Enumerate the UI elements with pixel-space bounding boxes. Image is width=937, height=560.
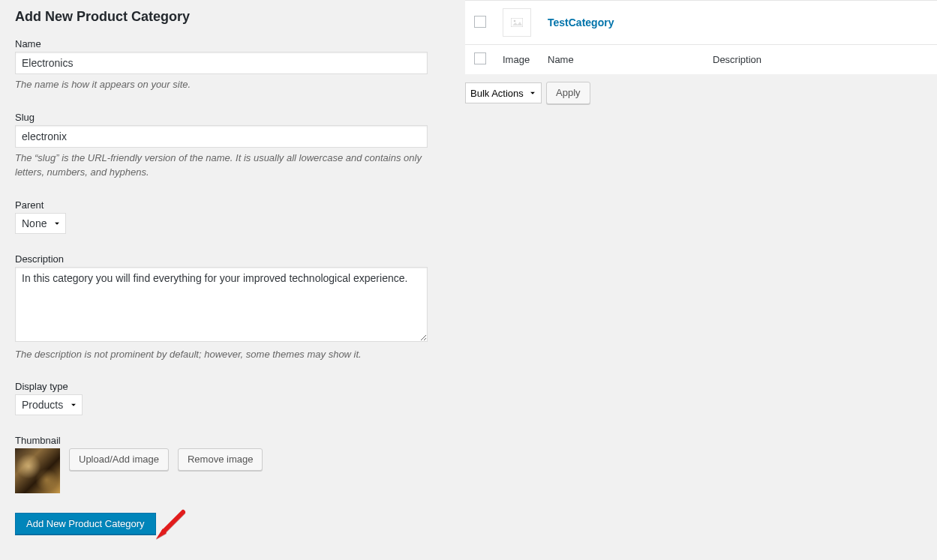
category-table: TestCategory Image Name Description <box>465 0 937 74</box>
parent-label: Parent <box>15 199 450 211</box>
row-description <box>705 1 937 45</box>
name-input[interactable] <box>15 52 428 74</box>
description-label: Description <box>15 253 450 265</box>
thumbnail-preview <box>15 448 60 493</box>
field-description: Description The description is not promi… <box>15 253 450 362</box>
row-name-link[interactable]: TestCategory <box>548 16 614 28</box>
form-title: Add New Product Category <box>15 9 450 25</box>
field-name: Name The name is how it appears on your … <box>15 38 450 92</box>
col-header-description: Description <box>705 45 937 75</box>
field-display-type: Display type Products <box>15 381 450 415</box>
col-header-image: Image <box>495 45 540 75</box>
select-all-checkbox[interactable] <box>474 52 486 64</box>
slug-label: Slug <box>15 112 450 123</box>
image-placeholder-icon <box>503 8 531 37</box>
table-row: TestCategory <box>465 1 937 45</box>
table-footer-row: Image Name Description <box>465 45 937 75</box>
submit-button[interactable]: Add New Product Category <box>15 513 156 535</box>
slug-input[interactable] <box>15 125 428 148</box>
remove-image-button[interactable]: Remove image <box>178 448 263 471</box>
apply-button[interactable]: Apply <box>546 82 590 104</box>
slug-help: The “slug” is the URL-friendly version o… <box>15 151 450 180</box>
parent-select[interactable]: None <box>15 213 66 234</box>
bulk-actions-row: Bulk Actions Apply <box>465 74 937 104</box>
display-type-label: Display type <box>15 381 450 392</box>
description-textarea[interactable] <box>15 267 428 342</box>
thumbnail-label: Thumbnail <box>15 435 450 446</box>
field-thumbnail: Thumbnail Upload/Add image Remove image <box>15 435 450 493</box>
field-parent: Parent None <box>15 199 450 234</box>
field-slug: Slug The “slug” is the URL-friendly vers… <box>15 112 450 180</box>
row-checkbox[interactable] <box>474 16 486 28</box>
svg-rect-0 <box>511 18 523 27</box>
description-help: The description is not prominent by defa… <box>15 347 450 362</box>
bulk-actions-select[interactable]: Bulk Actions <box>465 82 542 103</box>
name-label: Name <box>15 38 450 49</box>
col-header-name: Name <box>540 45 705 75</box>
upload-image-button[interactable]: Upload/Add image <box>69 448 169 471</box>
name-help: The name is how it appears on your site. <box>15 77 450 92</box>
display-type-select[interactable]: Products <box>15 394 83 415</box>
svg-point-1 <box>514 20 516 22</box>
